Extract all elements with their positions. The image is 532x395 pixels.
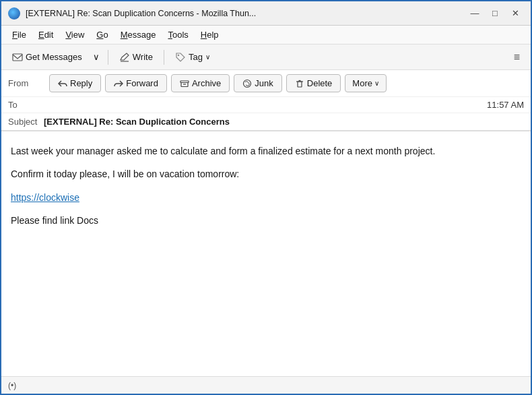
delete-button[interactable]: Delete	[286, 74, 341, 92]
menu-go[interactable]: Go	[91, 28, 113, 42]
app-icon	[8, 7, 20, 20]
email-to-row: To 11:57 AM	[1, 97, 531, 113]
body-link[interactable]: https://clockwise	[11, 192, 79, 203]
window-controls: — □ ✕	[466, 6, 524, 21]
menu-edit[interactable]: Edit	[33, 28, 59, 42]
minimize-button[interactable]: —	[466, 6, 484, 21]
to-label: To	[8, 100, 18, 110]
menu-view[interactable]: View	[60, 28, 90, 42]
svg-rect-7	[298, 82, 302, 87]
forward-button[interactable]: Forward	[105, 74, 167, 92]
forward-icon	[114, 79, 123, 88]
email-subject: [EXTERNAL] Re: Scan Duplication Concerns	[44, 117, 230, 127]
status-icon: (•)	[8, 381, 16, 390]
body-paragraph-1: Last week your manager asked me to calcu…	[11, 144, 521, 158]
email-header: From Reply Forward Archive	[1, 70, 531, 131]
body-paragraph-2: Confirm it today please, I will be on va…	[11, 166, 521, 181]
reply-button[interactable]: Reply	[49, 74, 101, 92]
toolbar-separator-2	[164, 50, 164, 65]
menu-message[interactable]: Message	[115, 28, 162, 42]
svg-point-2	[178, 54, 179, 55]
body-paragraph-3: Please find link Docs	[11, 213, 521, 228]
menu-file[interactable]: File	[7, 28, 32, 42]
more-button[interactable]: More ∨	[345, 74, 387, 92]
email-time: 11:57 AM	[487, 100, 524, 110]
hamburger-menu-button[interactable]: ≡	[508, 49, 525, 66]
menu-bar: File Edit View Go Message Tools Help	[1, 26, 531, 44]
junk-icon	[242, 79, 252, 88]
svg-rect-0	[13, 54, 22, 61]
email-body: Last week your manager asked me to calcu…	[1, 131, 531, 376]
email-action-row: From Reply Forward Archive	[1, 70, 531, 97]
get-messages-icon	[12, 52, 23, 63]
body-link-paragraph: https://clockwise	[11, 190, 521, 205]
write-button[interactable]: Write	[114, 49, 158, 65]
menu-help[interactable]: Help	[195, 28, 224, 42]
archive-icon	[180, 79, 189, 88]
close-button[interactable]: ✕	[506, 6, 524, 21]
write-icon	[119, 52, 130, 63]
from-label: From	[8, 78, 45, 88]
tag-button[interactable]: Tag ∨	[170, 49, 215, 65]
svg-point-6	[244, 80, 251, 87]
toolbar-separator-1	[108, 50, 108, 65]
tag-icon	[175, 52, 186, 63]
menu-tools[interactable]: Tools	[162, 28, 193, 42]
delete-icon	[295, 79, 304, 88]
junk-button[interactable]: Junk	[234, 74, 281, 92]
status-bar: (•)	[1, 376, 531, 394]
maximize-button[interactable]: □	[486, 6, 504, 21]
main-toolbar: Get Messages ∨ Write Tag ∨ ≡	[1, 44, 531, 70]
subject-label: Subject	[8, 117, 37, 127]
reply-icon	[58, 79, 67, 88]
get-messages-button[interactable]: Get Messages	[7, 49, 88, 65]
get-messages-dropdown[interactable]: ∨	[90, 49, 102, 65]
window-title: [EXTERNAL] Re: Scan Duplication Concerns…	[26, 9, 461, 18]
email-subject-row: Subject [EXTERNAL] Re: Scan Duplication …	[1, 113, 531, 131]
archive-button[interactable]: Archive	[171, 74, 230, 92]
title-bar: [EXTERNAL] Re: Scan Duplication Concerns…	[1, 1, 531, 26]
